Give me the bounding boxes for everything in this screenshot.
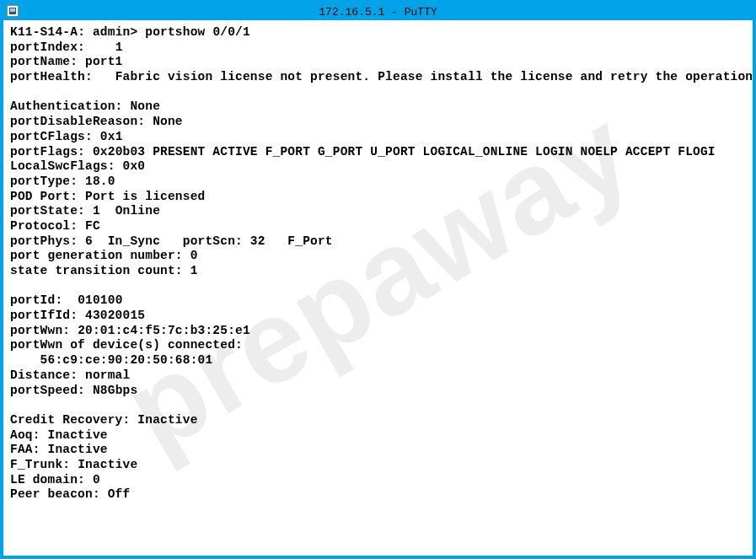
line-portdisablereason: portDisableReason: None [10,115,183,128]
line-podport: POD Port: Port is licensed [10,190,205,203]
line-portspeed: portSpeed: N8Gbps [10,384,137,397]
putty-window: 172.16.5.1 - PuTTY K11-S14-A: admin> por… [0,0,756,559]
prompt-host: K11-S14-A [10,25,78,39]
line-porttype: portType: 18.0 [10,175,115,188]
line-portstate: portState: 1 Online [10,204,160,218]
prompt-command: portshow 0/0/1 [145,25,250,39]
line-peerbeacon: Peer beacon: Off [10,487,130,501]
terminal-area[interactable]: K11-S14-A: admin> portshow 0/0/1 portInd… [3,20,753,556]
line-portname: portName: port1 [10,55,123,68]
svg-rect-1 [10,8,15,12]
line-statetrans: state transition count: 1 [10,264,198,277]
line-portflags: portFlags: 0x20b03 PRESENT ACTIVE F_PORT… [10,145,716,159]
line-ftrunk: F_Trunk: Inactive [10,458,137,471]
line-distance: Distance: normal [10,368,130,382]
line-portgen: port generation number: 0 [10,249,198,262]
line-portifid: portIfId: 43020015 [10,309,145,322]
line-localswcflags: LocalSwcFlags: 0x0 [10,159,145,173]
prompt-line: K11-S14-A: admin> portshow 0/0/1 [10,25,250,39]
line-ledomain: LE domain: 0 [10,473,100,486]
line-porthealth: portHealth: Fabric vision license not pr… [10,70,753,83]
line-portphys: portPhys: 6 In_Sync portScn: 32 F_Port [10,234,333,248]
line-wwnconnected: portWwn of device(s) connected: [10,338,243,352]
line-portid: portId: 010100 [10,293,123,307]
line-aoq: Aoq: Inactive [10,428,108,442]
line-creditrecovery: Credit Recovery: Inactive [10,413,198,427]
line-portindex: portIndex: 1 [10,40,123,54]
line-portwwn: portWwn: 20:01:c4:f5:7c:b3:25:e1 [10,324,250,337]
titlebar[interactable]: 172.16.5.1 - PuTTY [3,3,753,20]
line-auth: Authentication: None [10,99,160,113]
line-portcflags: portCFlags: 0x1 [10,130,123,143]
line-protocol: Protocol: FC [10,219,100,233]
window-title: 172.16.5.1 - PuTTY [319,6,437,19]
line-connecteddevice: 56:c9:ce:90:20:50:68:01 [10,353,212,367]
prompt-user: admin [93,25,131,39]
line-faa: FAA: Inactive [10,443,108,456]
putty-icon [7,5,19,17]
